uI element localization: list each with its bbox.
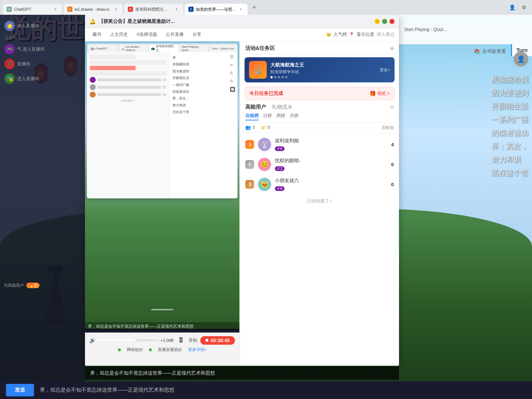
mini-live-label: 坐等民科吧吧主... bbox=[156, 44, 176, 52]
mini-name-1 bbox=[97, 78, 161, 81]
sidebar-item-3[interactable]: 🎵 直播间 bbox=[0, 57, 85, 71]
volume-slider[interactable] bbox=[97, 340, 159, 341]
live-timer[interactable]: 00:38:45 bbox=[200, 336, 235, 345]
network-quality-dot bbox=[118, 348, 121, 351]
banner-title: 大航海航海之王 bbox=[270, 62, 304, 68]
mini-nav: 已经到底了~ bbox=[88, 54, 168, 104]
tab-drawio-close[interactable]: × bbox=[113, 6, 119, 12]
bookshelf-btn[interactable]: 📚 去书架查看 bbox=[474, 48, 506, 55]
nav-item-history[interactable]: 人文历史 bbox=[107, 30, 131, 39]
mini-tool-5[interactable]: 🔲 bbox=[230, 87, 235, 92]
mini-tab-chatgpt[interactable]: 🤖 ChatGPT bbox=[88, 45, 118, 52]
location-label: 显示位置 bbox=[357, 31, 374, 38]
stat-coins: ₥ 0 bbox=[261, 125, 270, 130]
controls-row1: 🔊 +1.0dB 🎛 录制 00:38:45 bbox=[89, 336, 235, 345]
reward-label: 领奖 > bbox=[377, 91, 390, 97]
nav-item-live[interactable]: 公开直播 bbox=[163, 30, 187, 39]
nav-item-book[interactable]: 藏书 bbox=[89, 30, 104, 39]
tab-zhihu-close[interactable]: × bbox=[238, 6, 244, 12]
bookshelf-icon: 📚 bbox=[474, 49, 480, 54]
coins-value: 0 bbox=[267, 125, 270, 130]
user-avatar-1: 🐰 bbox=[258, 138, 271, 151]
stat-count: 👥 3 bbox=[245, 125, 255, 130]
energy-text: 为高能用户 bbox=[4, 283, 24, 288]
nested-chat-text: 界，却总是会不知不觉忘掉这世界——正是现代艺术和思想 bbox=[85, 322, 239, 331]
mini-tab-turn[interactable]: Turn - Class Port... bbox=[209, 45, 238, 52]
gift-icon: 🎁 bbox=[369, 91, 376, 96]
bottom-bar: 发送 界，却总是会不知不觉忘掉这世界——正是现代艺术和思想 bbox=[0, 381, 532, 399]
subtab-daily[interactable]: 日榜 bbox=[263, 113, 272, 120]
new-tab-button[interactable]: + bbox=[249, 2, 259, 13]
minimize-button[interactable]: − bbox=[375, 19, 380, 24]
section-copy-icon[interactable]: ⊞ bbox=[390, 105, 394, 110]
mini-drawio-label: w1.drawio - draw.io bbox=[126, 45, 146, 52]
user-item-3: 3 🐱 小朋友就六 V 8 0 bbox=[240, 174, 399, 194]
more-details-link[interactable]: 更多详情> bbox=[188, 347, 207, 352]
mini-tab-drawio[interactable]: 📊 w1.drawio - draw.io bbox=[119, 45, 148, 52]
volume-label: +1.0dB bbox=[161, 338, 174, 342]
coin-icon: ₥ bbox=[261, 125, 266, 130]
sidebar-avatar-4: 🎭 bbox=[4, 74, 15, 84]
mini-row-2 bbox=[90, 60, 166, 65]
notice-bar: 界，却总是会不知不觉忘掉这世界——正是现代艺术和思想 bbox=[85, 366, 399, 380]
banner-more[interactable]: 更多> bbox=[380, 67, 390, 73]
settings-button[interactable]: ⚙ bbox=[519, 2, 529, 13]
volume-icon[interactable]: 🔊 bbox=[89, 337, 96, 343]
tab-gifts[interactable]: 礼物流水 bbox=[272, 104, 293, 110]
nav-item-topic[interactable]: #选择话题 bbox=[134, 30, 160, 39]
user-avatar-2: 😊 bbox=[258, 158, 271, 171]
mini-live-icon: 📺 bbox=[151, 47, 155, 50]
popular-badge: 👑 bbox=[326, 32, 331, 37]
mini-tab-live[interactable]: 📺 坐等民科吧吧主... bbox=[149, 45, 178, 52]
mini-tab-quiz[interactable]: Start Playing - Quizi... bbox=[179, 45, 209, 52]
sidebar-item-1[interactable]: 🌟 进入直播间 bbox=[0, 18, 85, 33]
scroll-indicator bbox=[151, 309, 173, 310]
subtab-online[interactable]: 在线榜 bbox=[245, 113, 259, 120]
tab-high-energy[interactable]: 高能用户 bbox=[245, 104, 266, 110]
sidebar-item-4[interactable]: 🎭 进入直播间 bbox=[0, 71, 85, 86]
tab-chatgpt[interactable]: G ChatGPT × bbox=[3, 4, 62, 15]
subtab-weekly[interactable]: 周榜 bbox=[276, 113, 285, 120]
contribute-btn[interactable]: 贡献值 bbox=[382, 125, 394, 130]
tasks-done-text: 今日任务已完成 bbox=[249, 90, 283, 97]
sidebar-item-2-label: 气 进入直播间 bbox=[17, 46, 45, 52]
overlay-controls: − □ × bbox=[375, 19, 395, 24]
user-avatar-top[interactable]: 👤 bbox=[514, 52, 528, 66]
live1-icon: B bbox=[128, 7, 133, 12]
mini-tool-1[interactable]: ☰ bbox=[230, 54, 235, 59]
send-button[interactable]: 发送 bbox=[6, 384, 34, 396]
tab-chatgpt-close[interactable]: × bbox=[52, 6, 58, 12]
mini-browser-tabs: 🤖 ChatGPT 📊 w1.drawio - draw.io 📺 坐等民科吧吧… bbox=[87, 43, 238, 52]
rank-badge-3: 3 bbox=[245, 180, 254, 189]
popular-label: 人气榜 bbox=[334, 31, 347, 38]
volume-knob[interactable] bbox=[133, 338, 137, 342]
subtab-monthly[interactable]: 月榜 bbox=[290, 113, 299, 120]
nested-screenshot: 🤖 ChatGPT 📊 w1.drawio - draw.io 📺 坐等民科吧吧… bbox=[85, 41, 239, 366]
list-end[interactable]: 已经到底了~ bbox=[240, 194, 399, 208]
mini-tool-4[interactable]: ↻ bbox=[230, 79, 235, 84]
user-item-2: 2 😊 忧郁的眼睛- V 2 0 bbox=[240, 154, 399, 174]
sidebar-item-1-label: 进入直播间 bbox=[17, 23, 39, 29]
tab-live1-close[interactable]: × bbox=[174, 6, 180, 12]
activity-title: 活动&任务区 bbox=[245, 45, 275, 52]
close-button[interactable]: × bbox=[389, 19, 395, 24]
maximize-button[interactable]: □ bbox=[382, 19, 387, 24]
sidebar-avatar-1: 🌟 bbox=[4, 21, 15, 31]
settings-icon-btn[interactable]: 🎛 bbox=[177, 336, 185, 345]
activity-copy-icon[interactable]: ⊞ bbox=[390, 46, 394, 51]
level-icon-3: V bbox=[277, 187, 280, 191]
overlay-right: 活动&任务区 ⊞ ⚓ 大航海航海之王 航海荣耀争夺战 更多 bbox=[240, 41, 399, 366]
chatgpt-icon: G bbox=[7, 7, 12, 12]
overlay-title-icon: 🔔 bbox=[89, 18, 96, 24]
mini-tool-2[interactable]: ✏ bbox=[230, 62, 235, 68]
tab-live1[interactable]: B 坐等民科吧吧主... × bbox=[124, 4, 183, 15]
tab-zhihu[interactable]: Z 知觉的世界——论哲... × bbox=[185, 4, 248, 15]
tasks-reward-btn[interactable]: 🎁 领奖 > bbox=[369, 91, 390, 97]
mini-tool-3[interactable]: A bbox=[230, 71, 235, 76]
mini-name-3 bbox=[97, 93, 161, 96]
profile-button[interactable]: 👤 bbox=[507, 2, 517, 13]
sidebar-item-2[interactable]: 🎮 气 进入直播间 bbox=[0, 42, 85, 57]
nav-item-share[interactable]: 分享 bbox=[190, 30, 204, 39]
dot-1 bbox=[270, 76, 273, 78]
tab-drawio[interactable]: D w1.drawio - draw.io × bbox=[64, 4, 123, 15]
